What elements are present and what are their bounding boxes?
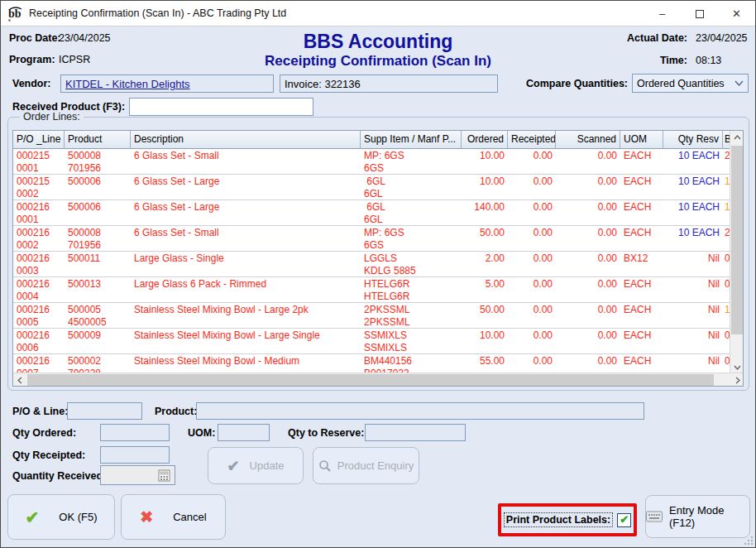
order-line-row[interactable]: 0002160004 500013 Large Glass 6 Pack - R… xyxy=(13,277,731,303)
column-header[interactable]: P/O _Line xyxy=(13,131,65,149)
resize-grip[interactable] xyxy=(744,536,754,546)
scroll-up-icon[interactable] xyxy=(730,131,744,144)
qty-ordered-input[interactable] xyxy=(100,424,170,441)
cancel-x-icon: ✖ xyxy=(140,507,153,526)
order-lines-group-label: Order Lines: xyxy=(20,111,84,123)
scroll-left-icon[interactable] xyxy=(13,373,26,387)
vendor-field: KITDEL - Kitchen Delights xyxy=(60,75,274,93)
vertical-scrollbar[interactable] xyxy=(730,131,743,374)
app-logo-icon: bb s xyxy=(7,5,24,22)
order-line-row[interactable]: 0002160006 500009 Stainless Steel Mixing… xyxy=(13,329,731,354)
print-labels-highlight: Print Product Labels: xyxy=(498,503,637,536)
column-header[interactable]: Scanned xyxy=(556,131,620,149)
quantity-received-input[interactable] xyxy=(100,465,175,485)
print-product-labels-checkbox[interactable] xyxy=(617,513,631,527)
actual-date-label: Actual Date: xyxy=(611,32,687,44)
ok-button[interactable]: ✔ OK (F5) xyxy=(7,494,115,540)
order-line-row[interactable]: 0002160003 500011 Large Glass - Single L… xyxy=(13,252,731,277)
order-line-row[interactable]: 0002150002 500006 6 Glass Set - Large 6G… xyxy=(13,175,731,200)
order-line-row[interactable]: 0002160007 500002700228 Stainless Steel … xyxy=(13,354,731,374)
order-line-row[interactable]: 0002160005 5000054500005 Stainless Steel… xyxy=(13,303,731,329)
scroll-right-icon[interactable] xyxy=(731,373,744,387)
invoice-field: Invoice: 322136 xyxy=(280,75,498,93)
column-header[interactable]: Product xyxy=(65,131,131,149)
product-input[interactable] xyxy=(196,402,644,420)
close-icon[interactable]: ✕ xyxy=(718,1,755,26)
entry-mode-button[interactable]: Entry Mode (F12) xyxy=(645,495,750,538)
qty-to-reserve-input[interactable] xyxy=(365,424,466,441)
ok-check-icon: ✔ xyxy=(26,507,40,527)
actual-date-value: 23/04/2025 xyxy=(696,32,748,44)
product-enquiry-button[interactable]: Product Enquiry xyxy=(313,447,419,484)
column-header[interactable]: Receipted xyxy=(508,131,556,149)
order-line-row[interactable]: 0002160001 500006 6 Glass Set - Large 6G… xyxy=(13,200,731,226)
uom-input[interactable] xyxy=(218,424,270,441)
qty-to-reserve-label: Qty to Reserve: xyxy=(288,427,364,439)
horizontal-scrollbar[interactable] xyxy=(13,373,744,386)
column-header[interactable]: Description xyxy=(131,131,361,149)
product-label: Product: xyxy=(155,406,197,417)
time-value: 08:13 xyxy=(696,55,721,66)
qty-receipted-input[interactable] xyxy=(100,446,170,464)
column-header[interactable]: Supp Item / Manf P... xyxy=(361,131,462,149)
vendor-link[interactable]: KITDEL - Kitchen Delights xyxy=(65,78,190,90)
window-title: Receipting Confirmation (Scan In) - ABC … xyxy=(29,7,286,19)
column-header[interactable]: Ordered xyxy=(462,131,508,149)
cancel-button[interactable]: ✖ Cancel xyxy=(121,494,226,540)
title-bar: bb s Receipting Confirmation (Scan In) -… xyxy=(1,1,755,26)
vendor-label: Vendor: xyxy=(12,78,51,89)
minimize-icon[interactable]: – xyxy=(644,1,681,26)
order-line-row[interactable]: 0002150001 500008701956 6 Glass Set - Sm… xyxy=(13,149,731,175)
compare-quantities-label: Compare Quantities: xyxy=(520,78,628,89)
keyboard-icon xyxy=(646,511,663,522)
magnifier-icon xyxy=(318,459,332,473)
qty-ordered-label: Qty Ordered: xyxy=(12,427,76,439)
update-button[interactable]: ✔ Update xyxy=(208,447,304,484)
qty-receipted-label: Qty Receipted: xyxy=(12,449,85,461)
compare-quantities-select[interactable]: Ordered Quantities xyxy=(632,74,749,93)
horizontal-scroll-thumb[interactable] xyxy=(27,374,714,386)
order-line-row[interactable]: 0002160002 500008701956 6 Glass Set - Sm… xyxy=(13,226,731,252)
compare-quantities-value: Ordered Quantities xyxy=(637,78,725,89)
print-product-labels-label: Print Product Labels: xyxy=(504,512,613,527)
uom-label: UOM: xyxy=(188,427,215,439)
received-product-input[interactable] xyxy=(129,98,313,116)
column-header[interactable]: Qty Resv xyxy=(663,131,723,149)
check-icon: ✔ xyxy=(227,457,239,475)
vertical-scroll-thumb[interactable] xyxy=(731,146,743,334)
calculator-icon[interactable] xyxy=(158,469,170,482)
quantity-received-label: Quantity Received: xyxy=(12,470,106,482)
chevron-down-icon xyxy=(734,80,744,87)
time-label: Time: xyxy=(611,55,687,66)
app-window: bb s Receipting Confirmation (Scan In) -… xyxy=(0,0,756,548)
order-lines-rows: 0002150001 500008701956 6 Glass Set - Sm… xyxy=(13,149,731,374)
column-header[interactable]: UOM xyxy=(620,131,663,149)
po-line-input[interactable] xyxy=(67,402,142,420)
order-lines-table: P/O _LineProductDescriptionSupp Item / M… xyxy=(12,130,744,387)
svg-text:s: s xyxy=(8,17,11,22)
maximize-icon[interactable] xyxy=(681,1,718,26)
po-line-label: P/O & Line: xyxy=(12,406,68,417)
order-lines-header: P/O _LineProductDescriptionSupp Item / M… xyxy=(13,131,731,149)
